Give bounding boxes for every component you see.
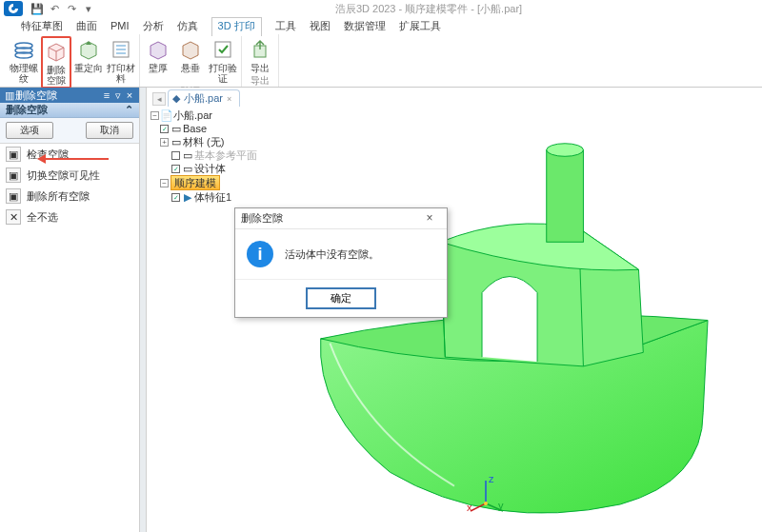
docking-gutter[interactable] [139, 88, 147, 532]
group-label-export: 导出 [251, 74, 270, 89]
tab-ext[interactable]: 扩展工具 [399, 19, 441, 33]
list-item-deselect[interactable]: ✕全不选 [0, 207, 139, 227]
ribbon-tabs: 特征草图 曲面 PMI 分析 仿真 3D 打印 工具 视图 数据管理 扩展工具 [0, 17, 762, 34]
panel-menu-icon[interactable]: ≡ [101, 89, 112, 101]
x-icon: ✕ [6, 209, 21, 225]
qat-dropdown-icon[interactable]: ▾ [82, 2, 95, 15]
material-icon [109, 37, 133, 62]
tab-close-icon[interactable]: × [227, 94, 231, 104]
z-label: z [489, 475, 494, 484]
delete-voids-button[interactable]: 删除空隙 [41, 36, 71, 89]
svg-rect-9 [547, 150, 584, 243]
options-button[interactable]: 选项 [6, 122, 53, 139]
panel-button-row: 选项 取消 [0, 118, 139, 144]
list-item-check-voids[interactable]: ▣检查空隙 [0, 144, 139, 165]
export-button[interactable]: 导出 [245, 36, 275, 74]
delete-icon: ▣ [6, 188, 21, 204]
dialog-close-icon[interactable]: × [418, 211, 441, 227]
annotation-arrow [40, 158, 109, 160]
svg-rect-5 [116, 49, 126, 50]
cancel-button[interactable]: 取消 [86, 122, 133, 139]
quick-access-toolbar: 💾 ↶ ↷ ▾ [30, 2, 95, 15]
wall-icon [146, 37, 170, 62]
panel-subheader[interactable]: 删除空隙 ⌃ [0, 103, 139, 118]
tab-sim[interactable]: 仿真 [177, 19, 198, 33]
ribbon-group-prepare: 物理螺纹 删除空隙 重定向 打印材料 准备 [6, 34, 140, 87]
cube-void-icon [44, 39, 69, 64]
export-icon [248, 37, 272, 62]
svg-line-13 [471, 503, 486, 511]
tab-surface[interactable]: 曲面 [76, 19, 97, 33]
reorient-icon [76, 37, 101, 62]
tab-sketch[interactable]: 特征草图 [21, 19, 63, 33]
info-icon: i [247, 241, 273, 267]
tab-3dprint[interactable]: 3D 打印 [211, 17, 262, 36]
tab-analyze[interactable]: 分析 [143, 19, 164, 33]
overhang-button[interactable]: 悬垂 [175, 36, 206, 85]
svg-point-14 [484, 502, 488, 505]
cube-icon: ▣ [6, 147, 21, 162]
panel-header: ▥ 删除空隙 ≡ ▿ × [0, 88, 139, 103]
list-item-delete-all[interactable]: ▣删除所有空隙 [0, 186, 139, 207]
physical-thread-button[interactable]: 物理螺纹 [9, 36, 39, 89]
wall-thickness-button[interactable]: 壁厚 [143, 36, 173, 85]
dialog-title: 删除空隙 [241, 211, 283, 226]
ribbon-group-export: 导出 导出 [242, 34, 279, 87]
panel-close-icon[interactable]: × [124, 89, 135, 101]
axis-triad: z y x [467, 475, 505, 513]
print-material-button[interactable]: 打印材料 [106, 36, 136, 89]
document-tab[interactable]: ◆ 小船.par × [168, 89, 240, 107]
dialog-titlebar[interactable]: 删除空隙 × [235, 208, 447, 229]
panel-pin-icon[interactable]: ▿ [112, 89, 124, 102]
x-label: x [467, 502, 472, 513]
svg-rect-6 [116, 52, 126, 54]
tab-label: 小船.par [184, 91, 223, 106]
panel-list: ▣检查空隙 ▣切换空隙可见性 ▣删除所有空隙 ✕全不选 [0, 144, 139, 227]
window-title: 浩辰3D 2023 - 顺序建模零件 - [小船.par] [95, 2, 762, 16]
svg-rect-7 [215, 42, 231, 57]
ribbon: 物理螺纹 删除空隙 重定向 打印材料 准备 壁厚 [0, 34, 762, 88]
validate-icon [211, 37, 235, 62]
print-validate-button[interactable]: 打印验证 [208, 36, 238, 85]
command-panel: ▥ 删除空隙 ≡ ▿ × 删除空隙 ⌃ 选项 取消 ▣检查空隙 ▣切换空隙可见性… [0, 88, 139, 532]
thread-icon [11, 37, 36, 62]
panel-header-icon: ▥ [4, 89, 15, 102]
tab-nav-left[interactable]: ◂ [152, 92, 166, 106]
list-item-toggle-vis[interactable]: ▣切换空隙可见性 [0, 165, 139, 186]
undo-icon[interactable]: ↶ [48, 2, 61, 15]
eye-icon: ▣ [6, 167, 21, 183]
chevron-up-icon: ⌃ [125, 104, 133, 116]
part-icon: ◆ [172, 92, 180, 105]
y-label: y [498, 500, 504, 511]
document-tabbar: ◂ ◆ 小船.par × [147, 88, 762, 107]
redo-icon[interactable]: ↷ [65, 2, 78, 15]
tab-data[interactable]: 数据管理 [344, 19, 386, 33]
message-dialog: 删除空隙 × i 活动体中没有空隙。 确定 [234, 207, 448, 318]
title-bar: 💾 ↶ ↷ ▾ 浩辰3D 2023 - 顺序建模零件 - [小船.par] [0, 0, 762, 17]
viewport-3d[interactable] [147, 108, 762, 532]
tab-tools[interactable]: 工具 [275, 19, 296, 33]
ribbon-group-validate: 壁厚 悬垂 打印验证 验证 [140, 34, 242, 87]
dialog-message: 活动体中没有空隙。 [285, 247, 379, 262]
tab-view[interactable]: 视图 [310, 19, 331, 33]
tab-pmi[interactable]: PMI [110, 20, 130, 31]
panel-header-title: 删除空隙 [15, 89, 57, 103]
app-logo [4, 1, 23, 16]
panel-sub-title: 删除空隙 [6, 103, 48, 117]
save-icon[interactable]: 💾 [30, 2, 44, 15]
svg-point-10 [547, 144, 584, 157]
svg-rect-4 [116, 45, 126, 47]
dialog-ok-button[interactable]: 确定 [306, 287, 376, 309]
reorient-button[interactable]: 重定向 [73, 36, 104, 89]
overhang-icon [178, 37, 203, 62]
